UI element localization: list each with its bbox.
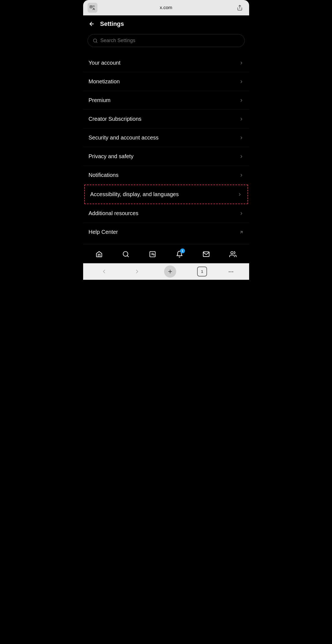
settings-item-creator-subscriptions[interactable]: Creator Subscriptions [83,110,249,128]
mail-icon [203,250,210,258]
svg-point-11 [231,251,233,254]
nav-item-notifications[interactable]: 1 [173,248,186,260]
notification-badge: 1 [180,248,185,253]
browser-back-button[interactable] [98,265,110,278]
nav-item-search[interactable] [120,248,132,260]
settings-item-help-center[interactable]: Help Center [83,223,249,241]
chevron-right-icon [239,117,244,122]
chevron-right-icon [239,211,244,216]
search-placeholder-text: Search Settings [100,38,135,43]
browser-bottom-bar: 1 [83,263,249,280]
svg-line-7 [127,256,129,257]
settings-item-label: Additional resources [89,210,138,217]
search-bar[interactable]: Search Settings [88,34,245,47]
nav-item-home[interactable] [93,248,105,260]
external-link-icon [239,230,244,235]
settings-item-label: Creator Subscriptions [89,116,141,122]
browser-forward-button[interactable] [131,265,143,278]
settings-item-your-account[interactable]: Your account [83,54,249,72]
page-title: Settings [100,20,124,28]
settings-item-security-account-access[interactable]: Security and account access [83,128,249,147]
settings-item-premium[interactable]: Premium [83,91,249,110]
svg-point-14 [229,272,230,272]
chevron-right-icon [239,154,244,159]
browser-url[interactable]: x.com [160,5,172,10]
compose-icon [149,250,156,258]
settings-item-label: Accessibility, display, and languages [90,191,179,198]
settings-item-label: Your account [89,60,121,66]
chevron-right-icon [238,192,242,197]
home-icon [96,250,103,258]
browser-top-bar: x.com [83,0,249,15]
chevron-right-icon [239,61,244,65]
search-icon [122,250,129,258]
search-icon [93,38,98,43]
settings-item-label: Help Center [89,229,118,235]
settings-item-accessibility-display-languages[interactable]: Accessibility, display, and languages [84,185,248,204]
chevron-right-icon [239,79,244,84]
chevron-right-icon [239,135,244,140]
share-icon[interactable] [235,3,245,13]
svg-line-5 [240,231,242,233]
settings-item-label: Monetization [89,78,120,85]
chevron-right-icon [239,98,244,103]
settings-list: Your accountMonetizationPremiumCreator S… [83,51,249,244]
chevron-right-icon [239,173,244,178]
svg-point-16 [233,272,233,272]
settings-item-privacy-safety[interactable]: Privacy and safety [83,147,249,166]
browser-new-tab-button[interactable] [164,265,176,278]
search-container: Search Settings [83,30,249,51]
back-button[interactable] [89,21,95,27]
settings-item-monetization[interactable]: Monetization [83,72,249,91]
app-header: Settings [83,15,249,30]
settings-item-label: Notifications [89,172,119,178]
settings-item-label: Privacy and safety [89,153,134,160]
nav-item-compose[interactable] [146,248,159,260]
browser-more-button[interactable] [228,268,234,275]
browser-tab-count[interactable]: 1 [197,267,207,276]
settings-item-label: Premium [89,97,111,103]
bottom-nav: 1 [83,244,249,263]
settings-item-notifications[interactable]: Notifications [83,166,249,185]
nav-item-messages[interactable] [200,248,212,260]
settings-item-additional-resources[interactable]: Additional resources [83,204,249,223]
settings-item-label: Security and account access [89,135,159,141]
translate-icon[interactable] [88,3,97,13]
nav-item-communities[interactable] [227,248,239,260]
svg-point-15 [231,272,231,272]
svg-line-4 [96,42,97,43]
people-icon [229,250,236,258]
